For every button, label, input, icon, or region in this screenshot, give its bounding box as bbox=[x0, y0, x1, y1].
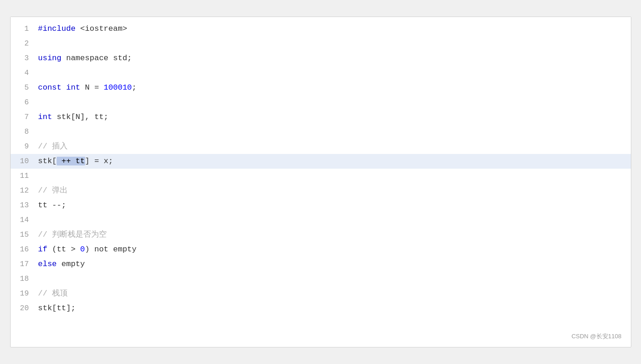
code-line-17: 17 else empty bbox=[11, 257, 631, 272]
line-num-9: 9 bbox=[11, 139, 38, 154]
code-line-9: 9 // 插入 bbox=[11, 139, 631, 154]
line-num-14: 14 bbox=[11, 213, 38, 228]
line-num-4: 4 bbox=[11, 66, 38, 80]
code-line-2: 2 bbox=[11, 36, 631, 51]
code-line-13: 13 tt --; bbox=[11, 198, 631, 213]
code-line-14: 14 bbox=[11, 213, 631, 228]
line-num-11: 11 bbox=[11, 169, 38, 183]
line-content-3: using namespace std; bbox=[38, 51, 631, 66]
line-content-12: // 弹出 bbox=[38, 183, 631, 198]
line-content-17: else empty bbox=[38, 257, 631, 272]
line-content-19: // 栈顶 bbox=[38, 286, 631, 301]
line-num-1: 1 bbox=[11, 22, 38, 36]
line-num-6: 6 bbox=[11, 95, 38, 110]
code-line-1: 1 #include <iostream> bbox=[11, 22, 631, 36]
line-num-16: 16 bbox=[11, 242, 38, 257]
code-line-5: 5 const int N = 100010; bbox=[11, 80, 631, 95]
line-num-18: 18 bbox=[11, 272, 38, 286]
code-line-3: 3 using namespace std; bbox=[11, 51, 631, 66]
line-content-13: tt --; bbox=[38, 198, 631, 213]
code-line-6: 6 bbox=[11, 95, 631, 110]
watermark: CSDN @长安1108 bbox=[572, 332, 622, 341]
line-num-8: 8 bbox=[11, 125, 38, 139]
code-line-18: 18 bbox=[11, 272, 631, 286]
line-content-7: int stk[N], tt; bbox=[38, 110, 631, 125]
code-area: 1 #include <iostream> 2 3 using namespac… bbox=[11, 17, 631, 320]
line-content-5: const int N = 100010; bbox=[38, 80, 631, 95]
code-line-8: 8 bbox=[11, 125, 631, 139]
code-line-20: 20 stk[tt]; bbox=[11, 301, 631, 316]
line-content-15: // 判断栈是否为空 bbox=[38, 228, 631, 242]
code-line-10: 10 stk[ ++ tt] = x; bbox=[11, 154, 631, 169]
line-num-10: 10 bbox=[11, 154, 38, 169]
line-num-17: 17 bbox=[11, 257, 38, 272]
line-num-2: 2 bbox=[11, 36, 38, 51]
line-num-12: 12 bbox=[11, 183, 38, 198]
code-line-11: 11 bbox=[11, 169, 631, 183]
line-content-20: stk[tt]; bbox=[38, 301, 631, 316]
code-line-7: 7 int stk[N], tt; bbox=[11, 110, 631, 125]
line-num-7: 7 bbox=[11, 110, 38, 125]
line-content-1: #include <iostream> bbox=[38, 22, 631, 36]
code-line-12: 12 // 弹出 bbox=[11, 183, 631, 198]
outer-container: 1 #include <iostream> 2 3 using namespac… bbox=[0, 0, 641, 364]
line-content-10: stk[ ++ tt] = x; bbox=[38, 154, 631, 169]
line-num-13: 13 bbox=[11, 198, 38, 213]
line-content-9: // 插入 bbox=[38, 139, 631, 154]
line-content-16: if (tt > 0) not empty bbox=[38, 242, 631, 257]
code-line-16: 16 if (tt > 0) not empty bbox=[11, 242, 631, 257]
line-num-20: 20 bbox=[11, 301, 38, 316]
line-num-15: 15 bbox=[11, 228, 38, 242]
code-line-15: 15 // 判断栈是否为空 bbox=[11, 228, 631, 242]
line-num-5: 5 bbox=[11, 80, 38, 95]
code-line-19: 19 // 栈顶 bbox=[11, 286, 631, 301]
code-window: 1 #include <iostream> 2 3 using namespac… bbox=[10, 17, 631, 347]
line-num-19: 19 bbox=[11, 286, 38, 301]
code-line-4: 4 bbox=[11, 66, 631, 80]
line-num-3: 3 bbox=[11, 51, 38, 66]
